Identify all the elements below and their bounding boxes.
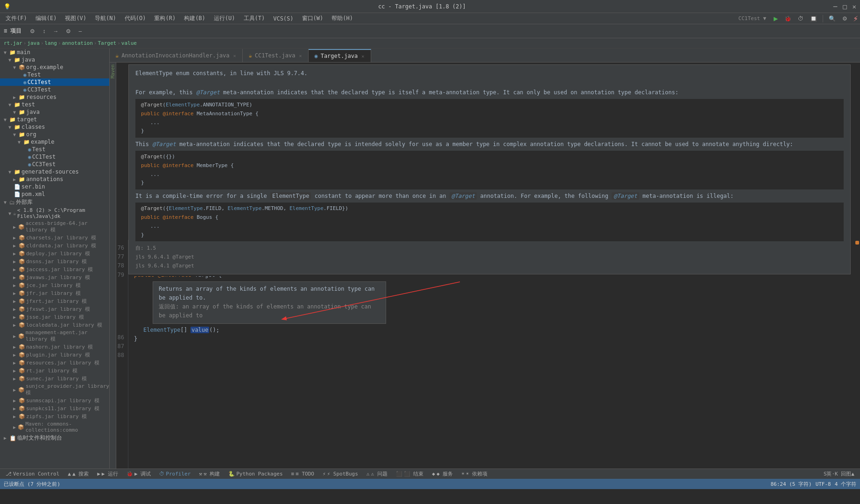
- menu-navigate[interactable]: 导航(N): [91, 14, 120, 23]
- tree-item-org[interactable]: ▼ 📁 org: [0, 131, 109, 138]
- build-button[interactable]: ⚒ ⚒ 构建: [195, 470, 224, 478]
- tab-annotation-handler[interactable]: ☕ AnnotationInvocationHandler.java ✕: [110, 49, 243, 62]
- settings-button[interactable]: ⚙: [839, 14, 850, 23]
- debug-bottom-button[interactable]: 🐞 ▶ 调试: [123, 470, 155, 478]
- tree-item-localedata[interactable]: ▶ 📦 localedata.jar library 模: [0, 321, 109, 329]
- menu-code[interactable]: 代码(O): [121, 14, 150, 23]
- menu-refactor[interactable]: 重构(R): [150, 14, 179, 23]
- dependencies-button[interactable]: ☀ ☀ 依赖项: [458, 470, 491, 478]
- tree-item-jdk18[interactable]: ▼ ☕ < 1.8 (2) > C:\Program Files\Java\jd…: [0, 207, 109, 220]
- tree-item-jfr[interactable]: ▶ 📦 jfr.jar library 模: [0, 289, 109, 297]
- breadcrumb-java[interactable]: java: [27, 40, 40, 46]
- menu-file[interactable]: 文件(F): [2, 14, 31, 23]
- tree-item-cc1test2[interactable]: ◉ CC1Test: [0, 153, 109, 161]
- settings-gear-button[interactable]: ⚙: [27, 27, 38, 35]
- options-button[interactable]: ⚙: [63, 27, 74, 35]
- coverage-button[interactable]: 🔲: [807, 14, 820, 23]
- tree-item-sunjce[interactable]: ▶ 📦 sunjce_provider.jar library 模: [0, 383, 109, 397]
- problems-button[interactable]: ⚠ ⚠ 问题: [363, 470, 391, 478]
- tree-item-access-bridge[interactable]: ▶ 📦 access-bridge-64.jar library 模: [0, 220, 109, 234]
- tree-item-resources-jar[interactable]: ▶ 📦 resources.jar library 模: [0, 359, 109, 367]
- python-packages-button[interactable]: 🐍 Python Packages: [225, 470, 286, 477]
- tree-item-jce[interactable]: ▶ 📦 jce.jar library 模: [0, 281, 109, 289]
- todo-label: ≡ TODO: [296, 471, 314, 477]
- breadcrumb-target[interactable]: Target: [98, 40, 116, 46]
- breadcrumb-value[interactable]: value: [121, 40, 137, 46]
- breadcrumb-lang[interactable]: lang: [45, 40, 57, 46]
- tree-item-nashorn[interactable]: ▶ 📦 nashorn.jar library 模: [0, 343, 109, 351]
- tree-item-sunmscapi[interactable]: ▶ 📦 sunmscapi.jar library 模: [0, 397, 109, 405]
- tree-item-commons[interactable]: ▶ 📦 Maven: commons-collections:commo: [0, 420, 109, 434]
- tree-item-javaws[interactable]: ▶ 📦 javaws.jar library 模: [0, 273, 109, 281]
- tree-item-java[interactable]: ▼ 📁 java: [0, 56, 109, 63]
- search-everywhere-button[interactable]: 🔍: [826, 14, 839, 23]
- tree-item-external[interactable]: ▼ 🗂 外部库: [0, 198, 109, 207]
- tree-item-temp[interactable]: ▶ 📋 临时文件和控制台: [0, 434, 109, 442]
- menu-view[interactable]: 视图(V): [61, 14, 90, 23]
- menu-build[interactable]: 构建(B): [180, 14, 209, 23]
- tree-item-jaccess[interactable]: ▶ 📦 jaccess.jar library 模: [0, 266, 109, 273]
- menu-run[interactable]: 运行(U): [210, 14, 239, 23]
- tree-item-jsse[interactable]: ▶ 📦 jsse.jar library 模: [0, 313, 109, 321]
- tree-item-cc3test2[interactable]: ◉ CC3Test: [0, 161, 109, 168]
- tree-item-main[interactable]: ▼ 📁 main: [0, 49, 109, 56]
- spotbugs-button[interactable]: ⚡ ⚡ SpotBugs: [319, 470, 362, 477]
- tree-item-jfxrt[interactable]: ▶ 📦 jfxrt.jar library 模: [0, 297, 109, 305]
- version-control-button[interactable]: ⎇ Version Control: [2, 470, 63, 477]
- tree-item-test[interactable]: ◉ Test: [0, 71, 109, 78]
- tree-item-plugin[interactable]: ▶ 📦 plugin.jar library 模: [0, 351, 109, 359]
- minimize-button[interactable]: ─: [833, 3, 837, 10]
- tree-item-cc1test[interactable]: ◉ CC1Test: [0, 78, 109, 86]
- tree-item-test2[interactable]: ◉ Test: [0, 146, 109, 153]
- tree-item-resources[interactable]: ▶ 📁 resources: [0, 93, 109, 101]
- menu-window[interactable]: 窗口(W): [298, 14, 327, 23]
- tree-item-mgmt[interactable]: ▶ 📦 management-agent.jar library 模: [0, 329, 109, 343]
- profiler-button[interactable]: ⏱ Profiler: [155, 470, 194, 477]
- tab-close-annotation[interactable]: ✕: [232, 53, 237, 59]
- close-button[interactable]: ✕: [853, 3, 856, 10]
- todo-button[interactable]: ≡ ≡ TODO: [288, 470, 318, 477]
- tree-item-jfxswt[interactable]: ▶ 📦 jfxswt.jar library 模: [0, 305, 109, 313]
- services-button[interactable]: ◆ ◆ 服务: [428, 470, 457, 478]
- maximize-button[interactable]: □: [843, 3, 846, 10]
- tab-cc1test[interactable]: ☕ CC1Test.java ✕: [243, 49, 309, 62]
- tree-item-sunpkcs11[interactable]: ▶ 📦 sunpkcs11.jar library 模: [0, 405, 109, 413]
- tree-item-cldrdata[interactable]: ▶ 📦 cldrdata.jar library 模: [0, 242, 109, 250]
- collapse-button[interactable]: →: [50, 27, 61, 35]
- layout-button[interactable]: ↕: [40, 27, 48, 35]
- tree-item-target[interactable]: ▼ 📁 target: [0, 116, 109, 123]
- tree-item-org-example[interactable]: ▼ 📦 org.example: [0, 63, 109, 71]
- profile-button[interactable]: ⏱: [795, 14, 806, 23]
- breadcrumb-annotation[interactable]: annotation: [62, 40, 93, 46]
- tab-target[interactable]: ◉ Target.java ✕: [309, 49, 371, 62]
- tree-item-zipfs[interactable]: ▶ 📦 zipfs.jar library 模: [0, 413, 109, 420]
- tree-item-serbin[interactable]: 📄 ser.bin: [0, 183, 109, 190]
- tree-item-pomxml[interactable]: 📄 pom.xml: [0, 190, 109, 198]
- menu-tools[interactable]: 工具(T): [240, 14, 269, 23]
- tree-item-rtjar[interactable]: ▶ 📦 rt.jar library 模: [0, 367, 109, 375]
- breadcrumb-rtjar[interactable]: rt.jar: [4, 40, 22, 46]
- menu-edit[interactable]: 编辑(E): [32, 14, 61, 23]
- menu-vcs[interactable]: VCS(S): [269, 14, 297, 23]
- tree-item-deploy[interactable]: ▶ 📦 deploy.jar library 模: [0, 250, 109, 258]
- menu-help[interactable]: 帮助(H): [328, 14, 357, 23]
- tab-close-target[interactable]: ✕: [360, 53, 365, 59]
- tree-item-test-folder[interactable]: ▼ 📁 test: [0, 101, 109, 108]
- close-panel-button[interactable]: –: [76, 27, 85, 35]
- tree-item-annotations[interactable]: ▶ 📁 annotations: [0, 175, 109, 183]
- tree-item-charsets[interactable]: ▶ 📦 charsets.jar library 模: [0, 234, 109, 242]
- tree-item-example-classes[interactable]: ▼ 📁 example: [0, 138, 109, 146]
- debug-button[interactable]: 🐞: [782, 14, 794, 23]
- tab-close-cc1test[interactable]: ✕: [298, 53, 303, 59]
- tree-item-dnsns[interactable]: ▶ 📦 dnsns.jar library 模: [0, 258, 109, 266]
- tree-item-classes[interactable]: ▼ 📁 classes: [0, 123, 109, 131]
- terminal-button[interactable]: ⬛ ⬛ 结束: [392, 470, 428, 478]
- search-button[interactable]: ▲ ▲ 搜索: [64, 470, 92, 478]
- tree-item-java2[interactable]: ▼ 📁 java: [0, 108, 109, 116]
- tree-item-sunec[interactable]: ▶ 📦 sunec.jar library 模: [0, 375, 109, 383]
- tree-item-generated[interactable]: ▼ 📁 generated-sources: [0, 168, 109, 175]
- tree-item-cc3test[interactable]: ◉ CC3Test: [0, 86, 109, 93]
- run-button[interactable]: ▶: [771, 14, 781, 23]
- run-bottom-button[interactable]: ▶ ▶ 运行: [93, 470, 122, 478]
- title-left: 💡: [4, 3, 11, 10]
